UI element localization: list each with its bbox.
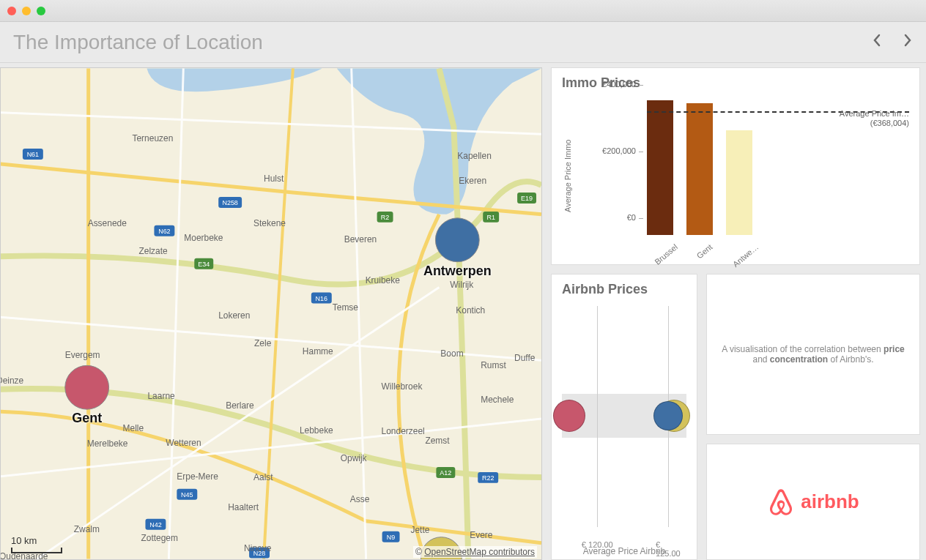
svg-text:Terneuzen: Terneuzen xyxy=(133,133,174,143)
svg-text:Boom: Boom xyxy=(440,348,463,359)
prev-button[interactable] xyxy=(872,34,882,51)
svg-text:Wetteren: Wetteren xyxy=(166,438,201,448)
svg-text:Jette: Jette xyxy=(410,525,429,535)
osm-link[interactable]: OpenStreetMap contributors xyxy=(424,547,535,557)
svg-text:Beveren: Beveren xyxy=(344,234,377,244)
city-marker-gent[interactable] xyxy=(65,365,109,409)
chevron-right-icon xyxy=(903,34,913,47)
svg-text:Melle: Melle xyxy=(123,423,144,433)
point-gent[interactable] xyxy=(553,400,585,432)
svg-text:N62: N62 xyxy=(158,228,170,235)
ytick: €0 xyxy=(627,213,643,222)
bar-label: Brussel xyxy=(653,242,679,266)
svg-text:R22: R22 xyxy=(482,474,494,482)
svg-text:Hamme: Hamme xyxy=(303,346,333,356)
point-antwerpen[interactable] xyxy=(653,401,683,430)
bar-antwe…[interactable]: Antwe… xyxy=(726,95,752,235)
svg-text:Rumst: Rumst xyxy=(481,360,506,370)
page-nav xyxy=(872,34,913,51)
svg-text:Assenede: Assenede xyxy=(88,218,127,228)
bar-label: Antwe… xyxy=(731,242,760,269)
svg-text:Evere: Evere xyxy=(470,530,493,540)
airbnb-logo-text: airbnb xyxy=(801,490,859,513)
svg-text:Asse: Asse xyxy=(350,494,370,504)
svg-text:Merelbeke: Merelbeke xyxy=(87,438,128,449)
svg-text:Temse: Temse xyxy=(333,302,359,313)
city-label-gent: Gent xyxy=(72,411,102,425)
svg-text:Hulst: Hulst xyxy=(264,173,284,184)
svg-text:N42: N42 xyxy=(149,521,161,529)
map-canvas: N61 N258 N62 E34 N16 A12 R22 N9 N28 N42 … xyxy=(1,68,541,559)
svg-text:Lokeren: Lokeren xyxy=(218,310,250,321)
map-panel[interactable]: N61 N258 N62 E34 N16 A12 R22 N9 N28 N42 … xyxy=(0,67,542,560)
right-column: Immo Prices Average Price Immo €0€200,00… xyxy=(551,67,922,560)
svg-text:Opwijk: Opwijk xyxy=(341,453,367,463)
svg-text:Deinze: Deinze xyxy=(1,376,24,386)
airbnb-xlabel: Average Price Airbnb xyxy=(562,546,686,556)
titlebar xyxy=(0,0,926,22)
bar-brussel[interactable]: Brussel xyxy=(647,95,673,235)
city-marker-antwerpen[interactable] xyxy=(435,218,479,262)
svg-text:Zwalm: Zwalm xyxy=(74,524,100,534)
close-icon[interactable] xyxy=(7,7,16,15)
svg-text:Erpe-Mere: Erpe-Mere xyxy=(177,471,218,482)
svg-text:Zottegem: Zottegem xyxy=(141,533,178,543)
svg-text:Kontich: Kontich xyxy=(456,305,485,316)
svg-text:Ekeren: Ekeren xyxy=(459,176,486,186)
gridline xyxy=(597,306,598,527)
svg-text:Duffe: Duffe xyxy=(514,353,536,363)
airbnb-chart[interactable]: € 120.00€ 125.00 Average Price Airbnb xyxy=(562,306,686,556)
avg-annotation: Average Price Im…(€368,004) xyxy=(840,109,909,128)
ytick: €400,000 xyxy=(602,80,643,89)
svg-text:Zelzate: Zelzate xyxy=(138,246,168,256)
svg-text:N258: N258 xyxy=(222,199,237,206)
bar-label: Gent xyxy=(695,242,714,261)
svg-text:Evergem: Evergem xyxy=(65,350,100,360)
svg-text:E19: E19 xyxy=(521,195,533,202)
map-attribution: © OpenStreetMap contributors xyxy=(413,546,537,558)
svg-text:Zele: Zele xyxy=(254,338,272,348)
airbnb-icon xyxy=(767,488,795,517)
svg-text:E34: E34 xyxy=(198,261,210,268)
app-window: The Importance of Location xyxy=(0,0,926,560)
map-scale: 10 km xyxy=(11,535,62,553)
bar-gent[interactable]: Gent xyxy=(686,95,713,235)
airbnb-panel: Airbnb Prices € 120.00€ 125.00 Average P… xyxy=(551,274,697,560)
svg-text:Ninove: Ninove xyxy=(244,543,272,553)
immo-panel: Immo Prices Average Price Immo €0€200,00… xyxy=(551,67,920,265)
window-controls xyxy=(7,7,45,15)
svg-text:Stekene: Stekene xyxy=(253,218,286,228)
svg-text:Kruibeke: Kruibeke xyxy=(366,275,401,285)
maximize-icon[interactable] xyxy=(37,7,45,15)
svg-text:Mechele: Mechele xyxy=(481,395,514,405)
svg-text:Moerbeke: Moerbeke xyxy=(184,233,223,243)
svg-text:R2: R2 xyxy=(381,214,389,221)
svg-text:N16: N16 xyxy=(316,295,327,302)
svg-text:Kapellen: Kapellen xyxy=(457,151,492,161)
svg-text:Laarne: Laarne xyxy=(147,391,175,401)
airbnb-title: Airbnb Prices xyxy=(562,282,686,297)
svg-text:Lebbeke: Lebbeke xyxy=(300,425,333,436)
immo-ylabel: Average Price Immo xyxy=(562,95,574,257)
lower-right-grid: A visualisation of the correlation betwe… xyxy=(551,274,920,560)
next-button[interactable] xyxy=(903,34,913,51)
svg-text:N45: N45 xyxy=(181,491,193,499)
immo-chart[interactable]: €0€200,000€400,000 BrusselGentAntwe… Ave… xyxy=(574,95,909,257)
description-panel: A visualisation of the correlation betwe… xyxy=(706,274,920,435)
svg-text:Londerzeel: Londerzeel xyxy=(382,426,425,436)
header: The Importance of Location xyxy=(0,22,926,63)
svg-text:Wilrijk: Wilrijk xyxy=(450,280,473,290)
page-title: The Importance of Location xyxy=(13,31,263,54)
minimize-icon[interactable] xyxy=(22,7,31,15)
svg-text:R1: R1 xyxy=(486,214,495,221)
airbnb-logo-panel: airbnb xyxy=(706,444,920,560)
svg-text:Aalst: Aalst xyxy=(253,472,273,482)
chevron-left-icon xyxy=(872,34,882,47)
svg-text:N61: N61 xyxy=(27,151,39,158)
content: N61 N258 N62 E34 N16 A12 R22 N9 N28 N42 … xyxy=(0,63,926,560)
svg-text:N9: N9 xyxy=(387,534,395,541)
svg-text:Zemst: Zemst xyxy=(425,436,450,446)
svg-text:Berlare: Berlare xyxy=(226,400,254,411)
svg-text:Haaltert: Haaltert xyxy=(228,502,259,512)
svg-text:A12: A12 xyxy=(440,469,451,477)
